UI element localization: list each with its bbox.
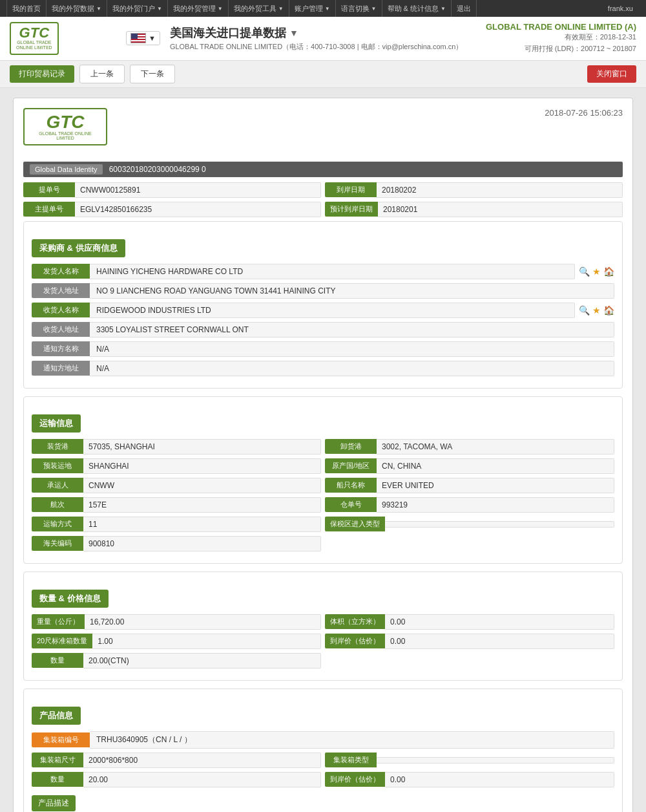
carrier-vessel-row: 承运人 CNWW 船只名称 EVER UNITED [32,478,614,493]
master-bill-eta-row: 主提单号 EGLV142850166235 预计到岸日期 20180201 [23,202,623,217]
shipper-name-label: 发货人名称 [32,264,90,279]
username-display: frank.xu [608,5,640,12]
nav-trade-data[interactable]: 我的外贸数据 ▼ [47,0,107,17]
nav-home[interactable]: 我的首页 [6,0,47,17]
discharge-port-label: 卸货港 [325,439,377,454]
voyage-value: 157E [83,497,321,513]
transport-section-header: 运输信息 [32,414,81,433]
nav-lang[interactable]: 语言切换 ▼ [336,0,382,17]
container-num-row: 集装箱编号 TRHU3640905（CN / L / ） [32,731,614,749]
bill-value: CNWW00125891 [75,182,321,198]
nav-trade-portal[interactable]: 我的外贸门户 ▼ [107,0,168,17]
qty-value: 20.00(CTN) [83,653,321,668]
container20-label: 20尺标准箱数量 [32,634,92,648]
nav-trade-portal-label: 我的外贸门户 [112,4,155,14]
container20-item: 20尺标准箱数量 1.00 [32,634,321,649]
next-button[interactable]: 下一条 [130,65,175,83]
chevron-down-icon: ▼ [325,6,330,12]
origin-label: 原产国/地区 [325,458,377,473]
load-place-origin-row: 预装运地 SHANGHAI 原产国/地区 CN, CHINA [32,458,614,474]
shipper-addr-value: NO 9 LIANCHENG ROAD YANGUANG TOWN 31441 … [90,283,614,299]
weight-volume-row: 重量（公斤） 16,720.00 体积（立方米） 0.00 [32,614,614,630]
product-price-item: 到岸价（估价） 0.00 [325,772,614,787]
nav-trade-tools[interactable]: 我的外贸工具 ▼ [229,0,289,17]
customs-row: 海关编码 900810 [32,536,614,551]
star-icon[interactable]: ★ [592,305,601,315]
home-icon[interactable]: 🏠 [603,266,614,277]
product-qty-item: 数量 20.00 [32,772,321,787]
qty-row: 数量 20.00(CTN) [32,653,614,668]
company-logo: GTC GLOBAL TRADEONLINE LIMITED [10,22,59,55]
search-icon[interactable]: 🔍 [579,266,590,277]
vessel-label: 船只名称 [325,478,377,493]
close-button[interactable]: 关闭窗口 [587,65,636,83]
arrival-date-item: 到岸日期 20180202 [325,182,623,198]
arrival-date-value: 20180202 [377,182,623,198]
load-place-value: SHANGHAI [83,458,321,474]
master-bill-value: EGLV142850166235 [75,202,321,217]
product-section-header: 产品信息 [32,707,81,725]
prev-button[interactable]: 上一条 [79,65,125,83]
document-timestamp: 2018-07-26 15:06:23 [545,108,623,118]
product-qty-label: 数量 [32,772,83,787]
discharge-port-item: 卸货港 3002, TACOMA, WA [325,439,614,454]
customs-code-value: 900810 [83,536,321,551]
shipper-name-value: HAINING YICHENG HARDWARE CO LTD [90,264,575,279]
nav-help[interactable]: 帮助 & 统计信息 ▼ [382,0,452,17]
quantity-section: 数量 & 价格信息 重量（公斤） 16,720.00 体积（立方米） 0.00 … [23,572,623,681]
container-size-item: 集装箱尺寸 2000*806*800 [32,753,321,768]
header-title-area: 美国海关进口提单数据 ▼ GLOBAL TRADE ONLINE LIMITED… [170,25,463,52]
nav-account[interactable]: 账户管理 ▼ [289,0,336,17]
container-size-value: 2000*806*800 [83,753,321,768]
weight-label: 重量（公斤） [32,614,85,629]
product-price-label: 到岸价（估价） [325,772,385,787]
ftz-value [385,521,614,528]
container-no-value: 993219 [377,497,614,513]
master-bill-item: 主提单号 EGLV142850166235 [23,202,321,217]
container-type-item: 集装箱类型 [325,753,614,768]
logo-subtitle: GLOBAL TRADEONLINE LIMITED [16,40,52,51]
origin-item: 原产国/地区 CN, CHINA [325,458,614,474]
discharge-port-value: 3002, TACOMA, WA [377,439,614,454]
nav-help-label: 帮助 & 统计信息 [388,4,439,14]
star-icon[interactable]: ★ [592,266,601,277]
notify-name-row: 通知方名称 N/A [32,341,614,357]
transport-mode-item: 运输方式 11 [32,517,321,532]
doc-subtitle: GLOBAL TRADE ONLINE LIMITED [32,131,98,140]
origin-value: CN, CHINA [377,458,614,474]
chevron-down-icon: ▼ [96,6,101,12]
print-button[interactable]: 打印贸易记录 [10,65,74,83]
container-num-value: TRHU3640905（CN / L / ） [90,731,614,749]
container20-price-row: 20尺标准箱数量 1.00 到岸价（估价） 0.00 [32,634,614,649]
username-text: frank.xu [608,5,633,12]
chevron-down-icon: ▼ [278,6,284,12]
header-right: GLOBAL TRADE ONLINE LIMITED (A) 有效期至：201… [486,22,636,54]
nav-account-label: 账户管理 [295,4,323,14]
page-title: 美国海关进口提单数据 ▼ [170,25,463,41]
notify-addr-label: 通知方地址 [32,361,90,376]
voyage-container-row: 航次 157E 仓单号 993219 [32,497,614,513]
nav-home-label: 我的首页 [12,4,41,14]
load-place-label: 预装运地 [32,458,83,473]
top-navigation: 我的首页 我的外贸数据 ▼ 我的外贸门户 ▼ 我的外贸管理 ▼ 我的外贸工具 ▼… [0,0,646,17]
nav-trade-data-label: 我的外贸数据 [52,4,94,14]
home-icon[interactable]: 🏠 [603,305,614,315]
language-selector[interactable]: ▼ [126,31,160,45]
supplier-section: 采购商 & 供应商信息 发货人名称 HAINING YICHENG HARDWA… [23,221,623,389]
arrival-price-item: 到岸价（估价） 0.00 [325,634,614,649]
bill-arrival-row: 提单号 CNWW00125891 到岸日期 20180202 [23,182,623,198]
volume-item: 体积（立方米） 0.00 [325,614,614,630]
nav-logout[interactable]: 退出 [452,0,477,17]
chevron-down-icon: ▼ [371,6,377,12]
flag-arrow: ▼ [149,34,156,42]
valid-until-text: 有效期至：2018-12-31 [486,32,636,43]
qty-label: 数量 [32,653,83,668]
notify-name-label: 通知方名称 [32,341,90,356]
product-desc-title: 产品描述 [32,795,76,811]
container-no-label: 仓单号 [325,497,377,512]
search-icon[interactable]: 🔍 [579,305,590,315]
logo-gtc-text: GTC [19,26,49,40]
product-qty-value: 20.00 [83,772,321,787]
nav-trade-mgmt[interactable]: 我的外贸管理 ▼ [168,0,229,17]
container-no-item: 仓单号 993219 [325,497,614,513]
